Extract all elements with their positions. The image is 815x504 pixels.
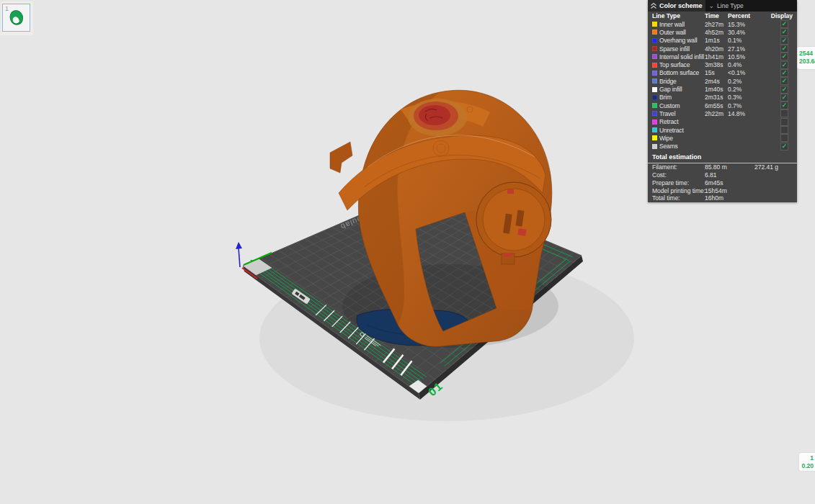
line-type-percent: 0.1% [728, 37, 757, 44]
line-type-row: Unretract [648, 126, 797, 134]
line-type-percent: 0.2% [728, 86, 757, 93]
line-type-row: Retract [648, 118, 797, 126]
display-checkbox[interactable]: ✓ [780, 102, 788, 109]
plate-thumbnail[interactable]: 1 [2, 4, 30, 32]
plate-list: 1 [1, 1, 33, 35]
line-type-table: Inner wall2h27m15.3%✓Outer wall4h52m30.4… [648, 20, 797, 150]
column-line-type: Line Type [652, 12, 705, 19]
line-type-row: Outer wall4h52m30.4%✓ [648, 28, 797, 36]
display-checkbox[interactable]: ✓ [780, 20, 788, 28]
collapse-panel-icon[interactable] [648, 0, 659, 12]
display-checkbox[interactable]: ✓ [780, 86, 788, 94]
line-type-label: Wipe [659, 135, 705, 142]
line-type-color-swatch [652, 87, 657, 92]
line-type-row: Brim2m31s0.3%✓ [648, 94, 797, 102]
display-checkbox[interactable] [780, 126, 788, 134]
color-scheme-header: Color scheme ⌄ Line Type [648, 0, 797, 12]
line-type-color-swatch [652, 54, 657, 59]
estimation-value: 16h0m [705, 194, 754, 202]
total-estimation-row: Filament:85.80 m272.41 g [648, 163, 797, 171]
line-type-time: 1m1s [705, 37, 728, 44]
total-estimation-row: Cost:6.81 [648, 171, 797, 179]
line-type-row: Gap infill1m40s0.2%✓ [648, 85, 797, 93]
line-type-color-swatch [652, 135, 657, 140]
line-type-label: Travel [659, 110, 705, 117]
plate-thumbnail-helmet-icon [6, 8, 27, 28]
display-checkbox[interactable]: ✓ [780, 69, 788, 77]
line-type-color-swatch [652, 120, 657, 125]
color-scheme-panel: Color scheme ⌄ Line Type Line Type Time … [648, 0, 797, 202]
line-type-time: 1h41m [705, 53, 728, 60]
line-type-color-swatch [652, 111, 657, 116]
line-type-row: Travel2h22m14.8% [648, 109, 797, 117]
line-type-label: Bottom surface [659, 69, 705, 76]
display-checkbox[interactable] [780, 118, 788, 126]
display-checkbox[interactable] [780, 109, 788, 117]
estimation-label: Prepare time: [652, 179, 705, 186]
line-type-time: 4h52m [705, 29, 728, 36]
line-type-label: Outer wall [659, 29, 705, 36]
display-checkbox[interactable]: ✓ [780, 143, 788, 150]
line-type-time: 2h27m [705, 21, 728, 28]
line-type-label: Seams [659, 143, 705, 150]
view-mode-value: Line Type [717, 2, 744, 9]
line-type-time: 2h22m [705, 110, 728, 117]
column-time: Time [705, 12, 728, 19]
display-checkbox[interactable]: ✓ [780, 45, 788, 53]
line-type-percent: 0.2% [728, 78, 757, 85]
estimation-label: Cost: [652, 171, 705, 179]
line-type-label: Top surface [659, 61, 705, 68]
total-estimation-row: Total time:16h0m [648, 194, 797, 202]
layer-slider-bottom-value[interactable]: 1 0.20 [798, 452, 815, 472]
column-percent: Percent [728, 12, 757, 19]
line-type-color-swatch [652, 95, 657, 100]
line-type-row: Top surface3m38s0.4%✓ [648, 60, 797, 68]
panel-title: Color scheme [659, 2, 703, 9]
display-checkbox[interactable]: ✓ [780, 37, 788, 45]
display-checkbox[interactable]: ✓ [780, 53, 788, 60]
line-type-percent: 0.7% [728, 102, 757, 109]
line-type-percent: 14.8% [728, 110, 757, 117]
display-checkbox[interactable]: ✓ [780, 28, 788, 36]
line-type-color-swatch [652, 63, 657, 68]
line-type-row: Internal solid infill1h41m10.5%✓ [648, 53, 797, 60]
total-estimation-table: Filament:85.80 m272.41 gCost:6.81Prepare… [648, 163, 797, 202]
line-type-color-swatch [652, 127, 657, 132]
line-type-label: Gap infill [659, 86, 705, 93]
line-type-row: Inner wall2h27m15.3%✓ [648, 20, 797, 28]
line-type-color-swatch [652, 38, 657, 43]
line-type-color-swatch [652, 71, 657, 76]
line-type-percent: 27.1% [728, 45, 757, 53]
line-type-time: 3m38s [705, 61, 728, 68]
display-checkbox[interactable]: ✓ [780, 77, 788, 85]
line-type-label: Unretract [659, 127, 705, 134]
line-type-row: Custom6m55s0.7%✓ [648, 102, 797, 109]
line-type-percent: 30.4% [728, 29, 757, 36]
line-type-label: Custom [659, 102, 705, 109]
line-type-time: 6m55s [705, 102, 728, 109]
line-type-percent: 10.5% [728, 53, 757, 60]
line-type-percent: 0.4% [728, 61, 757, 68]
estimation-label: Total time: [652, 194, 705, 202]
display-checkbox[interactable] [780, 134, 788, 142]
chevron-down-icon: ⌄ [709, 4, 715, 8]
line-type-percent: 0.3% [728, 94, 757, 101]
line-type-label: Internal solid infill [659, 53, 705, 60]
line-type-row: Sparse infill4h20m27.1%✓ [648, 45, 797, 53]
view-mode-dropdown[interactable]: ⌄ Line Type [705, 0, 797, 12]
total-estimation-title: Total estimation [648, 150, 797, 163]
line-type-row: Bottom surface15s<0.1%✓ [648, 69, 797, 77]
top-layer-number: 2544 [799, 50, 815, 58]
display-checkbox[interactable]: ✓ [780, 94, 788, 102]
line-type-time: 4h20m [705, 45, 728, 53]
total-estimation-row: Prepare time:6m45s [648, 179, 797, 186]
line-type-percent: 15.3% [728, 21, 757, 28]
line-type-label: Inner wall [659, 21, 705, 28]
estimation-value: 15h54m [705, 187, 754, 194]
total-estimation-row: Model printing time:15h54m [648, 186, 797, 194]
top-layer-height: 203.64 [799, 58, 815, 66]
display-checkbox[interactable]: ✓ [780, 61, 788, 69]
layer-slider-top-value[interactable]: 2544 203.64 [797, 46, 815, 70]
estimation-value-2: 272.41 g [754, 163, 793, 171]
estimation-value: 85.80 m [705, 163, 754, 171]
